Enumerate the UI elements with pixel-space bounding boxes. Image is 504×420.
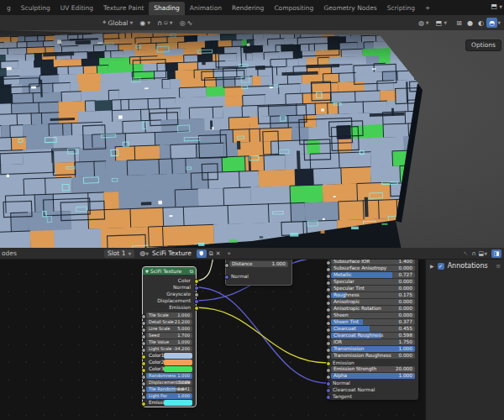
snapping-controls[interactable]: ∩ ▫ ▼ — [157, 19, 172, 27]
socket-scifi-in-color1[interactable] — [141, 354, 146, 360]
scifi-input-seed[interactable]: Seed1.700 — [146, 333, 192, 339]
scifi-input-light-fac[interactable]: Light Fac1.000 — [146, 393, 192, 399]
shading-rendered-button[interactable]: ◓ — [486, 18, 497, 28]
socket-bsdf-in-emission-strength[interactable] — [326, 368, 331, 373]
scifi-input-randomness[interactable]: Randomness1.000 — [146, 373, 192, 379]
socket-scifi-out-grayscale[interactable] — [194, 292, 199, 297]
bsdf-input-tangent[interactable]: Tangent — [333, 393, 352, 400]
socket-bsdf-in-sheen-tint[interactable] — [326, 321, 331, 326]
slot-dropdown[interactable]: Slot 1 ▼ — [104, 249, 134, 258]
snapping-icon[interactable]: ∩ — [471, 250, 475, 257]
unlink-material-icon[interactable]: ✕ — [216, 250, 221, 257]
overlays-icon[interactable]: ⬓ — [479, 250, 485, 257]
socket-distance-input[interactable] — [224, 263, 229, 268]
bsdf-input-sheen[interactable]: Sheen0.000 — [331, 312, 415, 318]
socket-scifi-in-tile-randomness[interactable] — [141, 388, 146, 393]
socket-bsdf-in-metallic[interactable] — [326, 274, 331, 279]
scifi-input-tile-randomness[interactable]: Tile Randomness0.641 — [146, 386, 192, 392]
bsdf-input-transmission-roughness[interactable]: Transmission Roughness0.000 — [331, 353, 415, 359]
socket-bsdf-in-normal[interactable] — [326, 381, 331, 386]
socket-bsdf-in-anisotropic[interactable] — [326, 301, 331, 306]
socket-scifi-out-emission[interactable] — [194, 306, 199, 311]
socket-scifi-out-displacement[interactable] — [194, 299, 199, 304]
workspace-tab-geometry-nodes[interactable]: Geometry Nodes — [318, 2, 381, 15]
workspace-tab-scripting[interactable]: Scripting — [382, 2, 420, 15]
scifi-input-displacement-scale[interactable]: Displacement Scale0.009 — [146, 380, 192, 386]
bsdf-input-roughness[interactable]: Roughness0.175 — [331, 292, 415, 298]
bsdf-input-emission[interactable]: Emission — [333, 360, 354, 366]
render-pass-dropdown[interactable]: ◍ ▼ — [418, 19, 429, 27]
bsdf-input-clearcoat-normal[interactable]: Clearcoat Normal — [333, 386, 375, 393]
bsdf-input-specular-tint[interactable]: Specular Tint0.000 — [331, 286, 415, 291]
expand-arrow-icon[interactable]: ▶ — [430, 263, 434, 269]
scifi-input-color2[interactable]: Color2 — [146, 360, 192, 365]
options-button[interactable]: Options — [465, 39, 501, 51]
bsdf-input-alpha[interactable]: Alpha1.000 — [331, 373, 415, 379]
workspace-tab-uv-editing[interactable]: UV Editing — [55, 2, 98, 15]
socket-scifi-out-normal[interactable] — [194, 286, 199, 291]
socket-scifi-in-displacement-scale[interactable] — [141, 381, 146, 386]
socket-scifi-in-seed[interactable] — [141, 334, 146, 339]
scifi-input-tile-value[interactable]: Tile Value1.000 — [146, 339, 192, 345]
bsdf-input-emission-strength[interactable]: Emission Strength20.000 — [331, 366, 415, 372]
shading-material-button[interactable]: ◐ — [475, 18, 486, 28]
workspace-tab-sculpting[interactable]: Sculpting — [16, 2, 55, 15]
socket-bsdf-in-ior[interactable] — [326, 341, 331, 346]
scifi-input-line-scale[interactable]: Line Scale5.000 — [146, 326, 192, 332]
socket-scifi-in-line-scale[interactable] — [141, 328, 146, 333]
socket-normal-input[interactable] — [224, 275, 229, 280]
socket-bsdf-in-roughness[interactable] — [326, 294, 331, 299]
node-editor[interactable]: Distance 1.000 Normal ▼ SciFi Texture ⧉ … — [0, 248, 504, 420]
color-swatch-color1[interactable] — [164, 353, 192, 359]
socket-scifi-in-color3[interactable] — [141, 368, 146, 373]
socket-scifi-in-light-scale[interactable] — [141, 348, 146, 353]
socket-bsdf-in-transmission[interactable] — [326, 348, 331, 353]
shading-wireframe-button[interactable]: ⊞ — [454, 18, 465, 28]
bsdf-input-anisotropic-rotation[interactable]: Anisotropic Rotation0.000 — [331, 306, 415, 312]
bsdf-input-sheen-tint[interactable]: Sheen Tint0.377 — [331, 319, 415, 325]
color-swatch-emission-c-[interactable] — [164, 400, 192, 406]
socket-bsdf-in-clearcoat-roughness[interactable] — [326, 334, 331, 339]
bsdf-input-normal[interactable]: Normal — [333, 380, 350, 386]
socket-scifi-out-color[interactable] — [194, 279, 199, 284]
socket-bsdf-in-sheen[interactable] — [326, 314, 331, 319]
workspace-tab-animation[interactable]: Animation — [185, 2, 227, 15]
scifi-input-color1[interactable]: Color1 — [146, 353, 192, 359]
bsdf-input-ior[interactable]: IOR1.750 — [331, 339, 415, 345]
socket-scifi-in-emission-c-[interactable] — [141, 402, 146, 407]
bsdf-input-clearcoat[interactable]: Clearcoat0.455 — [331, 326, 415, 332]
scifi-input-detail-scale[interactable]: Detail Scale21.200 — [146, 319, 192, 325]
socket-scifi-in-randomness[interactable] — [141, 375, 146, 380]
sidebar-toggle-button[interactable]: ◨ — [491, 249, 501, 258]
scifi-input-tile-scale[interactable]: Tile Scale1.000 — [146, 312, 192, 318]
socket-scifi-in-color2[interactable] — [141, 361, 146, 366]
socket-bsdf-in-transmission-roughness[interactable] — [326, 354, 331, 360]
bsdf-input-subsurface-ior[interactable]: Subsurface IOR1.400 — [331, 259, 415, 265]
node-ambient-occlusion[interactable]: Distance 1.000 Normal — [225, 256, 292, 286]
workspace-tab-compositing[interactable]: Compositing — [269, 2, 318, 15]
collapse-icon[interactable]: ▼ — [145, 269, 149, 274]
node-link-scifi-Emission-to-bsdf-Emission[interactable] — [196, 307, 328, 363]
panel-drag-handle[interactable]: ≡ — [496, 263, 501, 270]
annotations-checkbox[interactable]: ✓ — [438, 263, 444, 270]
workspace-tab-texture-paint[interactable]: Texture Paint — [98, 2, 149, 15]
annotations-panel-header[interactable]: ▶ ✓ Annotations ≡ — [426, 259, 504, 273]
bsdf-input-specular[interactable]: Specular0.000 — [331, 279, 415, 285]
world-preview-dropdown[interactable]: ⬒ ▼ — [436, 19, 447, 27]
material-name-field[interactable]: SciFi Texture — [152, 249, 192, 257]
workspace-tab-shading[interactable]: Shading — [149, 2, 184, 15]
bsdf-input-transmission[interactable]: Transmission1.000 — [331, 346, 415, 352]
workspace-tab--[interactable]: + — [420, 2, 435, 15]
socket-bsdf-in-anisotropic-rotation[interactable] — [326, 307, 331, 312]
node-scifi-texture-group[interactable]: ▼ SciFi Texture ⧉ ColorNormalGrayscaleDi… — [143, 267, 196, 407]
nodegroup-icon[interactable]: ⧉ — [190, 268, 193, 275]
color-swatch-color2[interactable] — [164, 360, 192, 365]
scifi-input-color3[interactable]: Color3 — [146, 366, 192, 372]
workspace-tab-g[interactable]: g — [2, 2, 16, 15]
bsdf-input-anisotropic[interactable]: Anisotropic0.000 — [331, 299, 415, 305]
socket-scifi-in-light-fac[interactable] — [141, 395, 146, 400]
socket-bsdf-in-emission[interactable] — [326, 361, 331, 366]
socket-scifi-in-detail-scale[interactable] — [141, 321, 146, 326]
color-swatch-color3[interactable] — [164, 366, 192, 372]
socket-bsdf-in-clearcoat[interactable] — [326, 328, 331, 333]
